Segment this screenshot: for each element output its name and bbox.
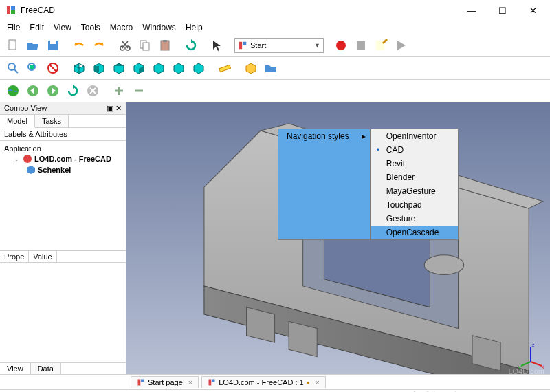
nav-style-cad[interactable]: CAD: [371, 143, 459, 157]
svg-rect-48: [212, 380, 215, 382]
panel-float-icon[interactable]: ▣: [107, 104, 113, 112]
props-col-value: Value: [29, 251, 56, 262]
props-body[interactable]: [0, 263, 126, 362]
menu-view[interactable]: View: [50, 22, 76, 33]
close-icon[interactable]: ×: [188, 378, 192, 386]
doc-tab-icon: [208, 378, 216, 386]
right-icon[interactable]: [130, 59, 148, 77]
svg-rect-47: [209, 380, 212, 386]
rear-icon[interactable]: [150, 59, 168, 77]
tree-document[interactable]: ⌄ LO4D.com - FreeCAD: [4, 153, 122, 164]
labels-attributes-header: Labels & Attributes: [0, 128, 126, 141]
toolbar-file: Start ▼: [0, 34, 550, 57]
svg-rect-2: [11, 10, 15, 14]
top-icon[interactable]: [110, 59, 128, 77]
play-icon[interactable]: [392, 36, 410, 54]
part-icon[interactable]: [242, 59, 260, 77]
bottom-icon[interactable]: [170, 59, 188, 77]
copy-icon[interactable]: [136, 36, 154, 54]
menu-edit[interactable]: Edit: [25, 22, 48, 33]
svg-rect-46: [141, 380, 144, 382]
doc-tab-icon: [137, 378, 145, 386]
refresh-icon[interactable]: [182, 36, 200, 54]
model-tree[interactable]: Application ⌄ LO4D.com - FreeCAD Schenke…: [0, 141, 126, 250]
svg-rect-5: [50, 41, 56, 44]
3d-viewport[interactable]: Navigation styles OpenInventor CAD Revit…: [126, 102, 550, 374]
doc-tab-start[interactable]: Start page ×: [131, 376, 199, 388]
save-icon[interactable]: [44, 36, 62, 54]
measure-icon[interactable]: [216, 59, 234, 77]
svg-point-36: [424, 255, 463, 275]
svg-rect-13: [243, 42, 246, 45]
menu-tools[interactable]: Tools: [77, 22, 104, 33]
back-icon[interactable]: [24, 82, 42, 100]
tree-root[interactable]: Application: [4, 144, 122, 153]
props-col-property: Prope: [0, 251, 29, 262]
redo-icon[interactable]: [90, 36, 108, 54]
forward-icon[interactable]: [44, 82, 62, 100]
front-icon[interactable]: [90, 59, 108, 77]
fit-all-icon[interactable]: [4, 59, 22, 77]
menu-windows[interactable]: Windows: [138, 22, 180, 33]
tree-item-schenkel[interactable]: Schenkel: [4, 164, 122, 175]
tab-model[interactable]: Model: [0, 115, 35, 128]
cut-icon[interactable]: [116, 36, 134, 54]
menu-file[interactable]: File: [3, 22, 24, 33]
props-tab-view[interactable]: View: [0, 363, 31, 374]
svg-line-39: [531, 362, 542, 366]
doc-tab-label: LO4D.com - FreeCAD : 1: [219, 378, 303, 386]
record-icon[interactable]: [332, 36, 350, 54]
maximize-button[interactable]: ☐: [487, 0, 518, 21]
svg-rect-10: [161, 41, 169, 50]
combo-view-title: Combo View: [4, 104, 47, 113]
minimize-button[interactable]: —: [456, 0, 487, 21]
fit-selection-icon[interactable]: [24, 59, 42, 77]
context-menu-navigation-styles[interactable]: Navigation styles: [278, 129, 371, 240]
nav-style-mayagesture[interactable]: MayaGesture: [371, 184, 459, 198]
nav-style-openinventor[interactable]: OpenInventor: [371, 129, 459, 143]
globe-icon[interactable]: [4, 82, 22, 100]
paste-icon[interactable]: [156, 36, 174, 54]
menu-help[interactable]: Help: [182, 22, 207, 33]
reload-icon[interactable]: [64, 82, 82, 100]
close-button[interactable]: ✕: [518, 0, 549, 21]
app-icon: [6, 5, 16, 16]
svg-rect-22: [219, 65, 231, 72]
left-icon[interactable]: [190, 59, 208, 77]
close-icon[interactable]: ×: [316, 378, 320, 386]
macro-edit-icon[interactable]: [372, 36, 390, 54]
nav-style-opencascade[interactable]: OpenCascade: [371, 226, 459, 239]
nav-style-gesture[interactable]: Gesture: [371, 212, 459, 226]
tab-tasks[interactable]: Tasks: [35, 115, 69, 127]
zoom-stop-icon[interactable]: [44, 59, 62, 77]
workbench-label: Start: [250, 41, 266, 50]
zoom-in-icon[interactable]: [110, 82, 128, 100]
undo-icon[interactable]: [70, 36, 88, 54]
props-tab-data[interactable]: Data: [31, 363, 61, 374]
stop-icon[interactable]: [352, 36, 370, 54]
nav-style-revit[interactable]: Revit: [371, 157, 459, 171]
svg-rect-19: [30, 65, 34, 69]
axis-indicator: x y z: [517, 341, 544, 369]
pointer-icon[interactable]: [208, 36, 226, 54]
workbench-selector[interactable]: Start ▼: [234, 38, 324, 53]
menubar: File Edit View Tools Macro Windows Help: [0, 21, 550, 34]
nav-style-blender[interactable]: Blender: [371, 171, 459, 184]
group-icon[interactable]: [262, 59, 280, 77]
zoom-out-icon[interactable]: [130, 82, 148, 100]
toolbar-web: [0, 80, 550, 102]
svg-point-17: [8, 63, 15, 70]
new-icon[interactable]: [4, 36, 22, 54]
combo-view-panel: Combo View ▣ ✕ Model Tasks Labels & Attr…: [0, 102, 126, 374]
panel-close-icon[interactable]: ✕: [116, 104, 122, 112]
caret-down-icon[interactable]: ⌄: [14, 155, 21, 162]
isometric-icon[interactable]: [70, 59, 88, 77]
nav-style-touchpad[interactable]: Touchpad: [371, 198, 459, 212]
doc-tab-model[interactable]: LO4D.com - FreeCAD : 1 ● ×: [201, 376, 326, 388]
stop-load-icon[interactable]: [84, 82, 102, 100]
document-tabs: Start page × LO4D.com - FreeCAD : 1 ● ×: [0, 374, 550, 389]
property-panel: Prope Value View Data: [0, 250, 126, 374]
menu-macro[interactable]: Macro: [106, 22, 137, 33]
open-icon[interactable]: [24, 36, 42, 54]
context-menu: Navigation styles OpenInventor CAD Revit…: [278, 129, 459, 240]
